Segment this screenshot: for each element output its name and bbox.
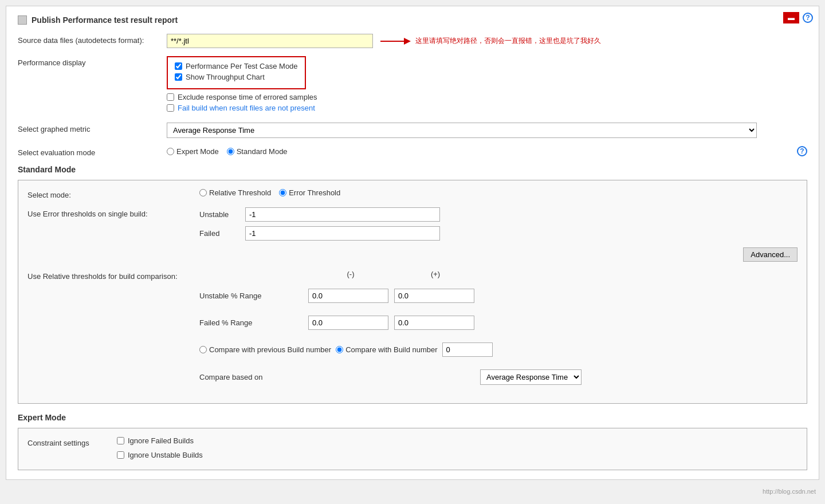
relative-thresholds-header-content: (-) (+) (199, 270, 798, 278)
relative-thresholds-header-row: Use Relative thresholds for build compar… (28, 270, 798, 281)
ignore-failed-builds-label[interactable]: Ignore Failed Builds (128, 436, 194, 445)
constraint-checks: Ignore Failed Builds Ignore Unstable Bui… (117, 436, 203, 462)
select-mode-radio-group: Relative Threshold Error Threshold (199, 188, 798, 197)
top-right-controls: ▬ ? (783, 12, 813, 23)
unstable-range-inputs (308, 289, 474, 303)
relative-threshold-radio[interactable] (199, 189, 207, 196)
failed-range-inputs (308, 316, 474, 330)
perf-option1-label[interactable]: Performance Per Test Case Mode (186, 62, 298, 70)
annotation-arrow: 这里请填写绝对路径，否则会一直报错，这里也是坑了我好久 (378, 36, 601, 47)
threshold-block: Unstable Failed (199, 207, 798, 241)
panel-title-icon (18, 15, 27, 25)
advanced-button[interactable]: Advanced... (743, 247, 798, 262)
compare-based-select[interactable]: Average Response Time (480, 369, 582, 385)
standard-mode-box: Select mode: Relative Threshold Error Th… (18, 180, 807, 404)
annotation-text: 这里请填写绝对路径，否则会一直报错，这里也是坑了我好久 (415, 36, 601, 46)
perf-option2-label[interactable]: Show Throughput Chart (186, 73, 265, 81)
red-arrow-icon (378, 36, 412, 47)
failed-input[interactable] (245, 226, 440, 241)
compare-prev-label-wrap[interactable]: Compare with previous Build number (199, 345, 331, 354)
sign-labels-row: (-) (+) (199, 270, 798, 278)
failed-range-row: Failed % Range (28, 316, 798, 334)
eval-standard-label-wrap[interactable]: Standard Mode (227, 147, 288, 156)
ignore-unstable-builds-row: Ignore Unstable Builds (117, 451, 203, 459)
evaluation-mode-content: Expert Mode Standard Mode ? (167, 146, 807, 156)
failed-field-row: Failed (199, 226, 798, 241)
main-panel: ▬ ? Publish Performance test result repo… (6, 6, 819, 480)
error-threshold-radio[interactable] (279, 189, 286, 196)
eval-expert-radio[interactable] (167, 148, 174, 155)
compare-build-spacer (28, 342, 199, 345)
unstable-range-row: Unstable % Range (28, 289, 798, 308)
ignore-unstable-builds-checkbox[interactable] (117, 451, 124, 459)
failed-field-label: Failed (199, 229, 239, 238)
perf-display-box: Performance Per Test Case Mode Show Thro… (167, 56, 306, 89)
unstable-range-minus-input[interactable] (308, 289, 388, 303)
failed-range-spacer (28, 316, 199, 318)
compare-based-label: Compare based on (199, 373, 480, 381)
perf-option4-row: Fail build when result files are not pre… (167, 104, 807, 112)
perf-option3-label[interactable]: Exclude response time of errored samples (178, 93, 317, 101)
source-input-wrapper: 这里请填写绝对路径，否则会一直报错，这里也是坑了我好久 (167, 34, 807, 48)
compare-build-row: Compare with previous Build number Compa… (28, 342, 798, 361)
eval-expert-label: Expert Mode (176, 147, 219, 156)
ignore-failed-builds-checkbox[interactable] (117, 437, 124, 444)
eval-row: Expert Mode Standard Mode ? (167, 146, 807, 156)
evaluation-mode-label: Select evaluation mode (18, 146, 167, 157)
source-data-input[interactable] (167, 34, 373, 48)
eval-expert-label-wrap[interactable]: Expert Mode (167, 147, 219, 156)
unstable-range-spacer (28, 289, 199, 291)
error-thresholds-row: Use Error thresholds on single build: Un… (28, 207, 798, 262)
compare-build-label: Compare with Build number (345, 345, 437, 354)
perf-option4-label[interactable]: Fail build when result files are not pre… (178, 104, 315, 112)
error-thresholds-content: Unstable Failed Advanced... (199, 207, 798, 262)
select-mode-content: Relative Threshold Error Threshold (199, 188, 798, 197)
unstable-field-row: Unstable (199, 207, 798, 222)
panel-title-text: Publish Performance test result report (32, 15, 178, 25)
ignore-unstable-builds-label[interactable]: Ignore Unstable Builds (128, 451, 203, 459)
unstable-input[interactable] (245, 207, 440, 222)
graphed-metric-content: Average Response Time (167, 123, 807, 138)
ignore-failed-builds-row: Ignore Failed Builds (117, 436, 203, 445)
compare-build-number-radio[interactable] (336, 346, 343, 353)
compare-prev-label: Compare with previous Build number (209, 345, 331, 354)
failed-range-minus-input[interactable] (308, 316, 388, 330)
compare-build-number-input[interactable] (442, 342, 493, 357)
unstable-range-field-row: Unstable % Range (199, 289, 798, 303)
relative-threshold-label: Relative Threshold (209, 188, 271, 197)
help-icon-top[interactable]: ? (803, 13, 813, 23)
perf-option1-row: Performance Per Test Case Mode (175, 62, 298, 70)
failed-range-plus-input[interactable] (394, 316, 474, 330)
help-icon-eval[interactable]: ? (797, 146, 807, 156)
compare-based-row: Compare based on Average Response Time (28, 369, 798, 387)
error-threshold-label-wrap[interactable]: Error Threshold (279, 188, 340, 197)
panel-title: Publish Performance test result report (18, 15, 807, 25)
failed-range-label: Failed % Range (199, 318, 308, 327)
failed-range-content: Failed % Range (199, 316, 798, 334)
unstable-range-label: Unstable % Range (199, 292, 308, 300)
compare-build-inner-row: Compare with previous Build number Compa… (199, 342, 798, 357)
minus-sign-label: (-) (308, 270, 393, 278)
compare-build-label-wrap[interactable]: Compare with Build number (336, 345, 437, 354)
perf-option3-checkbox[interactable] (167, 93, 174, 101)
red-button[interactable]: ▬ (783, 12, 799, 23)
perf-option2-checkbox[interactable] (175, 73, 182, 81)
source-data-content: 这里请填写绝对路径，否则会一直报错，这里也是坑了我好久 (167, 34, 807, 48)
compare-based-spacer (28, 369, 199, 372)
standard-mode-title: Standard Mode (18, 165, 807, 174)
expert-mode-box: Constraint settings Ignore Failed Builds… (18, 428, 807, 470)
eval-standard-label: Standard Mode (237, 147, 288, 156)
error-thresholds-label: Use Error thresholds on single build: (28, 207, 199, 218)
compare-build-radios: Compare with previous Build number Compa… (199, 345, 438, 354)
perf-option4-checkbox[interactable] (167, 104, 174, 112)
eval-standard-radio[interactable] (227, 148, 234, 155)
unstable-range-plus-input[interactable] (394, 289, 474, 303)
perf-option1-checkbox[interactable] (175, 62, 182, 70)
graphed-metric-select[interactable]: Average Response Time (167, 123, 757, 138)
compare-build-content: Compare with previous Build number Compa… (199, 342, 798, 361)
plus-sign-label: (+) (393, 270, 478, 278)
expert-mode-title: Expert Mode (18, 413, 807, 422)
select-mode-row: Select mode: Relative Threshold Error Th… (28, 188, 798, 199)
compare-prev-radio[interactable] (199, 346, 207, 353)
relative-threshold-label-wrap[interactable]: Relative Threshold (199, 188, 271, 197)
